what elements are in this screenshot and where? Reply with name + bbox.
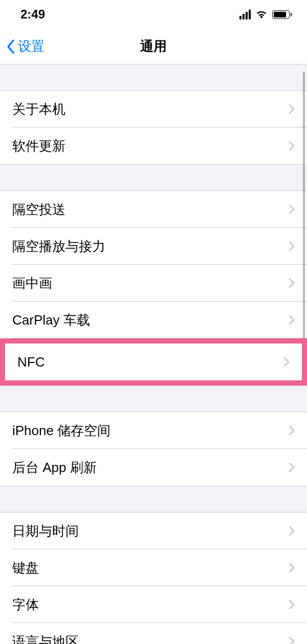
- chevron-right-icon: [289, 204, 295, 214]
- list-item[interactable]: 键盘: [0, 549, 307, 586]
- list-group: 日期与时间键盘字体语言与地区词典: [0, 512, 307, 644]
- chevron-right-icon: [289, 241, 295, 251]
- nav-bar: 设置 通用: [0, 29, 307, 65]
- battery-icon: [272, 10, 292, 19]
- item-label: NFC: [17, 354, 283, 370]
- chevron-right-icon: [289, 425, 295, 436]
- nav-title: 通用: [140, 37, 167, 55]
- chevron-right-icon: [289, 315, 295, 325]
- item-label: 后台 App 刷新: [12, 459, 289, 477]
- highlight-box: NFC: [0, 338, 307, 385]
- list-item[interactable]: 日期与时间: [0, 512, 307, 549]
- list-item[interactable]: 隔空播放与接力: [0, 228, 307, 265]
- status-time: 2:49: [20, 7, 45, 22]
- chevron-right-icon: [289, 462, 295, 473]
- section-gap: [0, 165, 307, 190]
- list-item[interactable]: 隔空投送: [0, 191, 307, 228]
- list-group: 关于本机软件更新: [0, 90, 307, 165]
- item-label: 关于本机: [12, 100, 289, 118]
- back-label: 设置: [18, 37, 45, 55]
- item-label: 软件更新: [12, 137, 289, 155]
- list-item[interactable]: 语言与地区: [0, 623, 307, 644]
- status-icons: [239, 9, 292, 19]
- section-gap: [0, 386, 307, 412]
- scroll-indicator: [303, 72, 305, 343]
- signal-icon: [239, 10, 251, 19]
- list-item[interactable]: 关于本机: [0, 91, 307, 127]
- item-label: iPhone 储存空间: [12, 422, 289, 440]
- chevron-right-icon: [289, 599, 295, 610]
- chevron-right-icon: [289, 636, 295, 644]
- item-label: 画中画: [12, 274, 289, 292]
- item-label: 隔空播放与接力: [12, 238, 289, 255]
- list-item[interactable]: 后台 App 刷新: [0, 449, 307, 486]
- list-group: 隔空投送隔空播放与接力画中画CarPlay 车载NFC: [0, 190, 307, 386]
- chevron-right-icon: [289, 104, 295, 114]
- item-label: 字体: [12, 596, 289, 614]
- item-label: CarPlay 车载: [12, 311, 289, 329]
- list-item[interactable]: CarPlay 车载: [0, 302, 307, 338]
- chevron-right-icon: [283, 357, 290, 367]
- list-item[interactable]: 字体: [0, 586, 307, 623]
- chevron-right-icon: [289, 141, 295, 151]
- list-item[interactable]: 软件更新: [0, 127, 307, 164]
- list-item[interactable]: NFC: [5, 344, 302, 380]
- chevron-right-icon: [289, 526, 295, 536]
- item-label: 语言与地区: [12, 633, 289, 645]
- wifi-icon: [255, 9, 268, 19]
- chevron-right-icon: [289, 563, 295, 573]
- content-scroll[interactable]: 关于本机软件更新隔空投送隔空播放与接力画中画CarPlay 车载NFCiPhon…: [0, 65, 307, 644]
- chevron-right-icon: [289, 278, 295, 288]
- section-gap: [0, 65, 307, 90]
- status-bar: 2:49: [0, 0, 307, 29]
- list-item[interactable]: 画中画: [0, 265, 307, 302]
- item-label: 日期与时间: [12, 522, 289, 540]
- section-gap: [0, 486, 307, 512]
- item-label: 隔空投送: [12, 201, 289, 219]
- back-button[interactable]: 设置: [0, 37, 45, 55]
- item-label: 键盘: [12, 559, 289, 577]
- list-item[interactable]: iPhone 储存空间: [0, 412, 307, 449]
- chevron-left-icon: [6, 39, 15, 54]
- list-group: iPhone 储存空间后台 App 刷新: [0, 412, 307, 486]
